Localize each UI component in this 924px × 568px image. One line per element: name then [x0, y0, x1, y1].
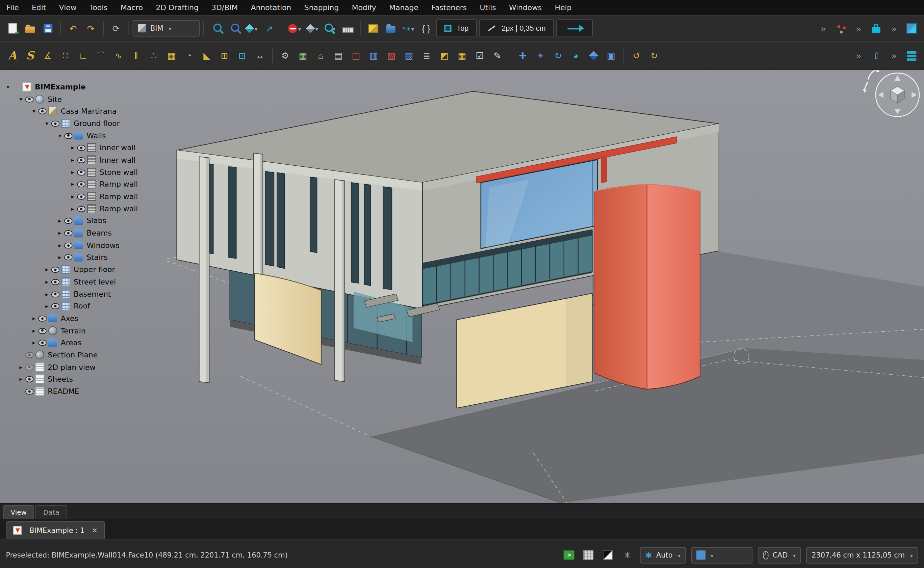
- expand-arrow[interactable]: ▸: [42, 278, 52, 285]
- visibility-eye-icon[interactable]: [38, 328, 46, 334]
- expand-arrow[interactable]: ▸: [68, 145, 77, 151]
- menu-2d-drafting[interactable]: 2D Drafting: [149, 0, 205, 15]
- overflow-expand-1-button[interactable]: »: [814, 20, 832, 37]
- tree-item-readme-25[interactable]: README: [0, 385, 177, 397]
- open-document-button[interactable]: [21, 20, 39, 37]
- combo-render-quality[interactable]: ✱Auto: [640, 547, 686, 563]
- measure-button[interactable]: [339, 20, 356, 37]
- save-document-button[interactable]: [39, 20, 56, 37]
- rotate-button[interactable]: ↻: [549, 47, 567, 65]
- report-console-button[interactable]: >: [562, 548, 576, 562]
- document-tab-bimexample-1[interactable]: BIMExample : 1✕: [6, 521, 105, 539]
- clone-button[interactable]: ▣: [602, 47, 620, 65]
- expand-arrow[interactable]: ▾: [29, 108, 38, 115]
- spreadsheet-button[interactable]: ▦: [294, 47, 312, 65]
- tree-item-beams-12[interactable]: ▸Beams: [0, 227, 177, 239]
- tree-item-casa-martirana-2[interactable]: ▾Casa Martirana: [0, 105, 177, 117]
- visibility-eye-icon[interactable]: [38, 316, 46, 321]
- bim-pipe-button[interactable]: ▥: [365, 47, 382, 65]
- visibility-eye-icon[interactable]: [25, 377, 33, 382]
- expand-arrow[interactable]: ▸: [42, 303, 52, 309]
- visibility-eye-icon[interactable]: [25, 96, 33, 102]
- expand-arrow[interactable]: ▸: [68, 157, 77, 163]
- tree-item-2d-plan-view-23[interactable]: ▸2D plan view: [0, 361, 177, 373]
- expand-arrow[interactable]: ▸: [55, 254, 64, 261]
- tree-item-inner-wall-6[interactable]: ▸Inner wall: [0, 154, 177, 166]
- draft-arrow-style-button[interactable]: [556, 20, 593, 37]
- menu-utils[interactable]: Utils: [473, 0, 502, 15]
- overflow-expand-3-button[interactable]: »: [885, 20, 903, 37]
- overflow-expand-5-button[interactable]: »: [885, 47, 903, 65]
- tree-item-areas-21[interactable]: ▸Areas: [0, 337, 177, 349]
- menu-annotation[interactable]: Annotation: [244, 0, 298, 15]
- tree-item-section-plane-22[interactable]: Section Plane: [0, 349, 177, 361]
- menu-edit[interactable]: Edit: [25, 0, 53, 15]
- expand-arrow[interactable]: ▸: [29, 327, 38, 334]
- expand-arrow[interactable]: ▸: [68, 193, 77, 199]
- draft-point-button[interactable]: ∷: [57, 47, 74, 65]
- layer-add-button[interactable]: ⊞: [216, 47, 233, 65]
- offset-button[interactable]: ◕: [567, 47, 585, 65]
- tree-item-stone-wall-7[interactable]: ▸Stone wall: [0, 166, 177, 178]
- visibility-eye-icon[interactable]: [77, 181, 85, 187]
- bim-layers-button[interactable]: ≣: [418, 47, 435, 65]
- tree-item-site-1[interactable]: ▾Site: [0, 93, 177, 105]
- toggle-clipping-button[interactable]: [286, 20, 303, 37]
- tree-item-roof-18[interactable]: ▸Roof: [0, 300, 177, 312]
- tree-item-ramp-wall-8[interactable]: ▸Ramp wall: [0, 178, 177, 190]
- bim-material-button[interactable]: ◩: [435, 47, 453, 65]
- draft-join-button[interactable]: ↻: [645, 47, 663, 65]
- visibility-eye-icon[interactable]: [64, 230, 72, 236]
- draft-point-array-button[interactable]: ∴: [145, 47, 162, 65]
- bim-site-button[interactable]: ⌂: [312, 47, 329, 65]
- workingplane-proxy-button[interactable]: ⊡: [233, 47, 251, 65]
- annotation-styles-button[interactable]: ✎: [489, 47, 506, 65]
- bim-window-button[interactable]: ◫: [347, 47, 365, 65]
- fit-all-button[interactable]: [208, 20, 225, 37]
- menu-file[interactable]: File: [0, 0, 25, 15]
- lock-toolbars-button[interactable]: [867, 20, 885, 37]
- menu-help[interactable]: Help: [548, 0, 578, 15]
- combo-highlight-color[interactable]: [691, 547, 753, 563]
- expand-arrow[interactable]: ▾: [3, 84, 12, 90]
- working-plane-top-button[interactable]: Top: [436, 20, 477, 37]
- expand-arrow[interactable]: ▸: [55, 218, 64, 224]
- redo-button[interactable]: ↷: [82, 20, 100, 37]
- bim-preflight-button[interactable]: ☑: [471, 47, 488, 65]
- bim-schedule-button[interactable]: ▦: [453, 47, 471, 65]
- visibility-eye-icon[interactable]: [52, 304, 59, 309]
- expand-arrow[interactable]: ▸: [55, 242, 64, 248]
- tree-item-upper-floor-15[interactable]: ▸Upper floor: [0, 264, 177, 276]
- expand-arrow[interactable]: ▸: [17, 364, 25, 370]
- bim-frame-button[interactable]: ▧: [382, 47, 400, 65]
- visibility-eye-icon[interactable]: [64, 255, 72, 261]
- draft-shapestring-button[interactable]: S: [21, 47, 39, 65]
- tree-item-terrain-20[interactable]: ▸Terrain: [0, 324, 177, 337]
- visibility-eye-icon[interactable]: [77, 157, 85, 163]
- tree-item-ramp-wall-9[interactable]: ▸Ramp wall: [0, 190, 177, 202]
- combo-navigation-style[interactable]: CAD: [758, 547, 801, 563]
- visibility-eye-icon[interactable]: [52, 267, 59, 273]
- menu-windows[interactable]: Windows: [503, 0, 548, 15]
- viewport-3d[interactable]: ▾BIMExample▾Site▾Casa Martirana▾Ground f…: [0, 70, 924, 503]
- menu-tools[interactable]: Tools: [83, 0, 114, 15]
- new-document-button[interactable]: [3, 20, 21, 37]
- tree-item-ramp-wall-10[interactable]: ▸Ramp wall: [0, 202, 177, 215]
- draft-facebinder-button[interactable]: ‖: [127, 47, 145, 65]
- expression-braces-button[interactable]: { }: [417, 20, 435, 37]
- menu-macro[interactable]: Macro: [114, 0, 149, 15]
- visibility-eye-icon[interactable]: [77, 206, 85, 211]
- part-box-button[interactable]: [585, 47, 602, 65]
- expand-arrow[interactable]: ▸: [55, 230, 64, 236]
- snap-toggle-button[interactable]: ⌖: [532, 47, 549, 65]
- draft-trimex-button[interactable]: ↺: [627, 47, 645, 65]
- bim-box-button[interactable]: [364, 20, 382, 37]
- dependency-graph-button[interactable]: [832, 20, 850, 37]
- menu-snapping[interactable]: Snapping: [298, 0, 345, 15]
- visibility-eye-icon[interactable]: [25, 364, 33, 370]
- tree-item-slabs-11[interactable]: ▸Slabs: [0, 215, 177, 227]
- line-width-button[interactable]: 2px | 0,35 cm: [479, 20, 554, 37]
- bim-setup-button[interactable]: ⚙: [276, 47, 294, 65]
- views-grid-button[interactable]: [903, 47, 920, 65]
- close-tab-icon[interactable]: ✕: [91, 526, 98, 534]
